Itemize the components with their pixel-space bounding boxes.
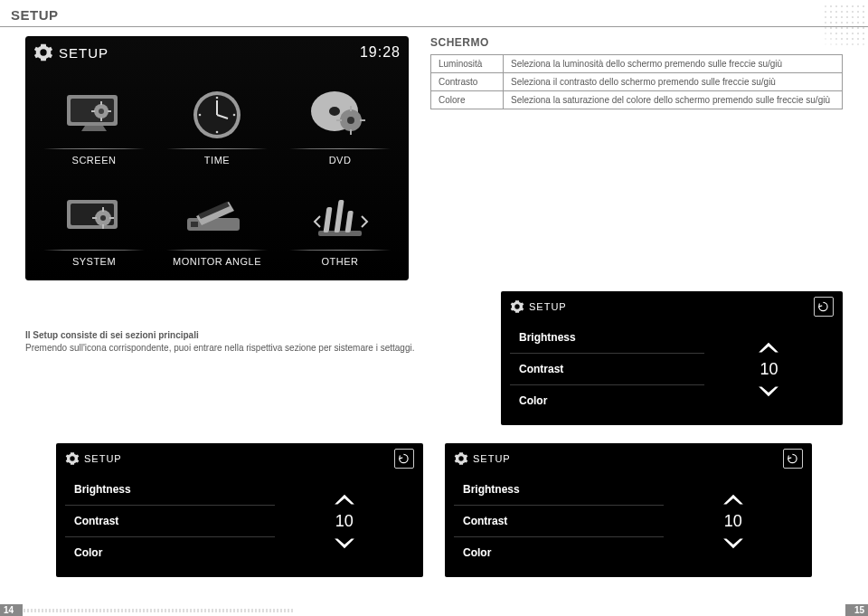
tile-label: DVD — [329, 155, 352, 166]
gear-icon — [33, 43, 53, 62]
page-number-left: 14 — [0, 604, 23, 616]
setting-brightness[interactable]: Brightness — [510, 322, 704, 353]
back-button[interactable] — [814, 297, 834, 317]
screen-icon — [61, 90, 127, 142]
setting-color[interactable]: Color — [65, 536, 275, 568]
back-button[interactable] — [394, 449, 414, 469]
clock-icon — [185, 88, 249, 144]
svg-point-11 — [233, 114, 236, 117]
setting-contrast[interactable]: Contrast — [510, 353, 704, 384]
svg-point-8 — [216, 97, 219, 100]
disc-icon — [304, 88, 376, 144]
schermo-table: Luminosità Seleziona la luminosità dello… — [430, 54, 843, 109]
svg-point-3 — [99, 109, 104, 114]
schermo-val: Seleziona la saturazione del colore dell… — [504, 91, 843, 109]
back-button[interactable] — [783, 449, 803, 469]
system-icon — [60, 191, 128, 243]
chevron-down-icon[interactable] — [333, 536, 356, 553]
svg-rect-23 — [324, 207, 333, 232]
table-row: Colore Seleziona la saturazione del colo… — [431, 91, 843, 109]
subpanel-title: SETUP — [473, 453, 511, 464]
setting-contrast[interactable]: Contrast — [454, 505, 664, 536]
setting-value: 10 — [724, 512, 742, 531]
setting-value: 10 — [760, 360, 778, 379]
undo-icon — [787, 452, 799, 465]
chevron-up-icon[interactable] — [333, 490, 356, 507]
page-title: SETUP — [11, 7, 857, 23]
schermo-val: Seleziona la luminosità dello schermo pr… — [504, 55, 843, 73]
svg-point-15 — [347, 117, 354, 124]
schermo-key: Contrasto — [431, 73, 504, 91]
screen-title: SETUP — [59, 45, 108, 61]
table-row: Luminosità Seleziona la luminosità dello… — [431, 55, 843, 73]
page-header: SETUP — [0, 0, 868, 27]
sliders-icon — [307, 191, 373, 243]
schermo-val: Seleziona il contrasto dello schermo pre… — [504, 73, 843, 91]
chevron-up-icon[interactable] — [722, 490, 745, 507]
chevron-down-icon[interactable] — [722, 536, 745, 553]
setting-color[interactable]: Color — [454, 536, 664, 568]
gear-icon — [65, 451, 80, 466]
page-number-right: 15 — [845, 604, 868, 616]
decorative-dots — [823, 4, 864, 45]
schermo-key: Luminosità — [431, 55, 504, 73]
tile-label: TIME — [204, 155, 230, 166]
setup-subpanel: SETUP Brightness Contrast Color 10 — [501, 291, 843, 425]
caption-rest: Premendo sull'icona corrispondente, puoi… — [25, 343, 414, 353]
chevron-down-icon[interactable] — [757, 384, 780, 401]
svg-rect-25 — [345, 211, 354, 232]
gear-icon — [454, 451, 468, 466]
svg-point-9 — [216, 131, 219, 134]
clock-display: 19:28 — [360, 44, 401, 61]
tile-label: MONITOR ANGLE — [173, 256, 261, 267]
setup-subpanel: SETUP Brightness Contrast Color 10 — [445, 443, 812, 577]
tile-label: SYSTEM — [72, 256, 116, 267]
undo-icon — [817, 300, 830, 313]
svg-point-10 — [199, 114, 202, 117]
tile-system[interactable]: SYSTEM — [33, 169, 155, 267]
tile-monitor-angle[interactable]: MONITOR ANGLE — [156, 169, 278, 267]
tile-label: SCREEN — [72, 155, 117, 166]
subpanel-title: SETUP — [84, 453, 122, 464]
setup-main-screen: SETUP 19:28 — [25, 36, 409, 280]
tile-time[interactable]: TIME — [156, 68, 278, 166]
footer-decoration — [24, 609, 295, 612]
monitor-angle-icon — [178, 191, 256, 243]
caption-bold: Il Setup consiste di sei sezioni princip… — [25, 330, 199, 340]
tile-screen[interactable]: SCREEN — [33, 68, 155, 166]
tile-label: OTHER — [322, 256, 359, 267]
setting-brightness[interactable]: Brightness — [454, 474, 664, 505]
setting-contrast[interactable]: Contrast — [65, 505, 275, 536]
page-footer: 14 15 — [0, 600, 868, 616]
svg-rect-24 — [335, 200, 344, 232]
undo-icon — [398, 452, 410, 465]
svg-point-13 — [329, 107, 340, 116]
tile-other[interactable]: OTHER — [279, 169, 401, 267]
setup-subpanel: SETUP Brightness Contrast Color 10 — [56, 443, 423, 577]
table-row: Contrasto Seleziona il contrasto dello s… — [431, 73, 843, 91]
svg-rect-21 — [191, 222, 198, 227]
caption-text: Il Setup consiste di sei sezioni princip… — [25, 291, 479, 354]
subpanel-title: SETUP — [529, 301, 567, 312]
setting-value: 10 — [335, 512, 354, 531]
schermo-section: SCHERMO Luminosità Seleziona la luminosi… — [430, 36, 843, 109]
svg-point-19 — [100, 215, 106, 221]
gear-icon — [510, 299, 524, 314]
setting-color[interactable]: Color — [510, 384, 704, 416]
schermo-heading: SCHERMO — [430, 36, 843, 49]
tile-dvd[interactable]: DVD — [279, 68, 401, 166]
setting-brightness[interactable]: Brightness — [65, 474, 275, 505]
chevron-up-icon[interactable] — [757, 338, 780, 355]
schermo-key: Colore — [431, 91, 504, 109]
